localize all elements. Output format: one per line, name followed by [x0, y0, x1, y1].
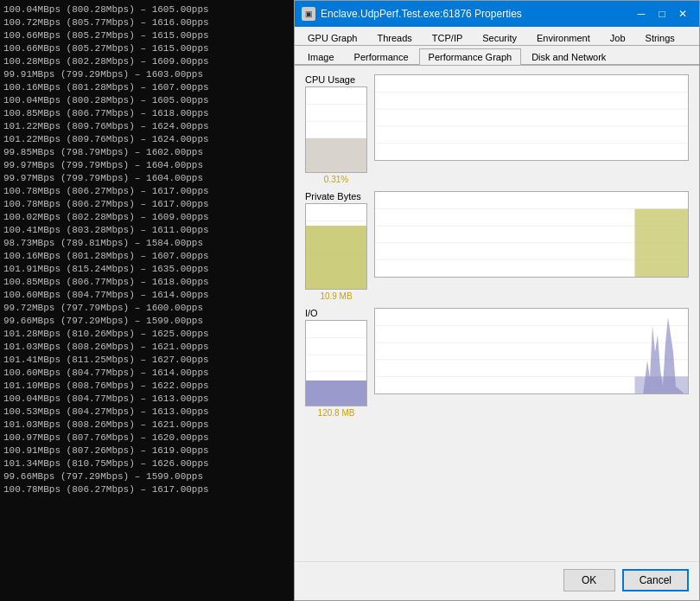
terminal-line: 100.78MBps (806.27Mbps) – 1617.00pps [3, 198, 290, 211]
tab-image[interactable]: Image [298, 48, 344, 65]
terminal-line: 100.78MBps (806.27Mbps) – 1617.00pps [3, 185, 290, 198]
terminal-line: 99.91MBps (799.29Mbps) – 1603.00pps [3, 68, 290, 81]
terminal-line: 100.41MBps (803.28Mbps) – 1611.00pps [3, 224, 290, 237]
graph-value-io: 120.8 MB [305, 408, 367, 418]
tab-security[interactable]: Security [473, 29, 526, 46]
graph-title-io: I/O [305, 308, 367, 318]
terminal-line: 100.66MBps (805.27Mbps) – 1615.00pps [3, 29, 290, 42]
terminal-line: 99.66MBps (797.29Mbps) – 1599.00pps [3, 315, 290, 328]
tabs-row1: GPU GraphThreadsTCP/IPSecurityEnvironmen… [295, 27, 699, 45]
tab-environment[interactable]: Environment [527, 29, 600, 46]
terminal-line: 100.78MBps (806.27Mbps) – 1617.00pps [3, 483, 290, 496]
maximize-button[interactable]: □ [652, 6, 671, 22]
terminal-line: 101.41MBps (811.25Mbps) – 1627.00pps [3, 354, 290, 367]
terminal-line: 100.60MBps (804.77Mbps) – 1614.00pps [3, 367, 290, 380]
properties-dialog: ▣ Enclave.UdpPerf.Test.exe:61876 Propert… [294, 0, 700, 601]
main-graph-private_bytes [374, 191, 689, 278]
mini-bar-private_bytes [306, 226, 366, 290]
mini-graph-private_bytes [305, 203, 367, 290]
tab-tcp/ip[interactable]: TCP/IP [423, 29, 472, 46]
terminal-line: 101.34MBps (810.75Mbps) – 1626.00pps [3, 457, 290, 470]
graph-label-io: I/O120.8 MB [305, 308, 367, 418]
graph-label-cpu: CPU Usage0.31% [305, 74, 367, 184]
terminal-line: 99.66MBps (797.29Mbps) – 1599.00pps [3, 470, 290, 483]
titlebar-controls: ─ □ ✕ [632, 6, 692, 22]
tab-threads[interactable]: Threads [367, 29, 421, 46]
terminal-line: 100.72MBps (805.77Mbps) – 1616.00pps [3, 16, 290, 29]
tab-gpu-graph[interactable]: GPU Graph [298, 29, 366, 46]
terminal-line: 99.97MBps (799.79Mbps) – 1604.00pps [3, 172, 290, 185]
terminal-line: 98.73MBps (789.81Mbps) – 1584.00pps [3, 237, 290, 250]
terminal-line: 101.22MBps (809.76Mbps) – 1624.00pps [3, 120, 290, 133]
graph-section-cpu: CPU Usage0.31% [305, 74, 689, 184]
svg-rect-16 [634, 209, 688, 277]
main-graph-cpu [374, 74, 689, 161]
terminal-line: 101.91MBps (815.24Mbps) – 1635.00pps [3, 263, 290, 276]
terminal-panel: 100.04MBps (800.28Mbps) – 1605.00pps100.… [0, 0, 294, 601]
terminal-line: 100.04MBps (800.28Mbps) – 1605.00pps [3, 94, 290, 107]
content-area: CPU Usage0.31%Private Bytes10.9 MBI/O120… [295, 66, 699, 561]
terminal-line: 100.02MBps (802.28Mbps) – 1609.00pps [3, 211, 290, 224]
titlebar-app-icon: ▣ [302, 7, 315, 21]
graph-value-cpu: 0.31% [305, 175, 367, 184]
mini-bar-io [306, 380, 366, 406]
terminal-line: 101.28MBps (810.26Mbps) – 1625.00pps [3, 328, 290, 341]
terminal-line: 100.60MBps (804.77Mbps) – 1614.00pps [3, 289, 290, 302]
terminal-line: 99.97MBps (799.79Mbps) – 1604.00pps [3, 159, 290, 172]
terminal-line: 101.03MBps (808.26Mbps) – 1621.00pps [3, 419, 290, 432]
tabs-row1-container: GPU GraphThreadsTCP/IPSecurityEnvironmen… [295, 27, 699, 66]
graph-section-private_bytes: Private Bytes10.9 MB [305, 191, 689, 301]
tab-performance-graph[interactable]: Performance Graph [419, 48, 522, 65]
terminal-line: 99.72MBps (797.79Mbps) – 1600.00pps [3, 302, 290, 315]
terminal-line: 100.04MBps (804.77Mbps) – 1613.00pps [3, 393, 290, 406]
terminal-line: 101.10MBps (808.76Mbps) – 1622.00pps [3, 380, 290, 393]
terminal-line: 100.97MBps (807.76Mbps) – 1620.00pps [3, 432, 290, 444]
terminal-line: 101.03MBps (808.26Mbps) – 1621.00pps [3, 341, 290, 354]
tabs-row2: ImagePerformancePerformance GraphDisk an… [295, 46, 699, 64]
terminal-line: 100.16MBps (801.28Mbps) – 1607.00pps [3, 250, 290, 263]
terminal-line: 100.16MBps (801.28Mbps) – 1607.00pps [3, 81, 290, 94]
terminal-line: 100.04MBps (800.28Mbps) – 1605.00pps [3, 3, 290, 16]
terminal-line: 100.85MBps (806.77Mbps) – 1618.00pps [3, 107, 290, 120]
terminal-line: 99.85MBps (798.79Mbps) – 1602.00pps [3, 146, 290, 159]
graph-section-io: I/O120.8 MB [305, 308, 689, 418]
tab-strings[interactable]: Strings [636, 29, 684, 46]
tab-job[interactable]: Job [601, 29, 635, 46]
terminal-line: 100.53MBps (804.27Mbps) – 1613.00pps [3, 406, 290, 419]
titlebar: ▣ Enclave.UdpPerf.Test.exe:61876 Propert… [295, 1, 699, 27]
button-row: OK Cancel [295, 561, 699, 600]
mini-bar-cpu [306, 138, 366, 172]
graph-value-private_bytes: 10.9 MB [305, 291, 367, 301]
mini-graph-io [305, 320, 367, 406]
titlebar-left: ▣ Enclave.UdpPerf.Test.exe:61876 Propert… [302, 7, 522, 21]
terminal-line: 101.22MBps (809.76Mbps) – 1624.00pps [3, 133, 290, 146]
terminal-line: 100.91MBps (807.26Mbps) – 1619.00pps [3, 444, 290, 457]
main-graph-io [374, 308, 689, 394]
terminal-line: 100.85MBps (806.77Mbps) – 1618.00pps [3, 276, 290, 289]
svg-rect-26 [634, 376, 688, 393]
tab-disk-and-network[interactable]: Disk and Network [522, 48, 615, 65]
graph-title-cpu: CPU Usage [305, 74, 367, 85]
terminal-line: 100.66MBps (805.27Mbps) – 1615.00pps [3, 42, 290, 55]
graph-title-private_bytes: Private Bytes [305, 191, 367, 201]
mini-graph-cpu [305, 86, 367, 173]
ok-button[interactable]: OK [563, 569, 615, 591]
graph-label-private_bytes: Private Bytes10.9 MB [305, 191, 367, 301]
cancel-button[interactable]: Cancel [622, 569, 689, 591]
minimize-button[interactable]: ─ [632, 6, 651, 22]
tab-performance[interactable]: Performance [345, 48, 418, 65]
close-button[interactable]: ✕ [673, 6, 692, 22]
terminal-line: 100.28MBps (802.28Mbps) – 1609.00pps [3, 55, 290, 68]
dialog-title: Enclave.UdpPerf.Test.exe:61876 Propertie… [321, 8, 522, 20]
